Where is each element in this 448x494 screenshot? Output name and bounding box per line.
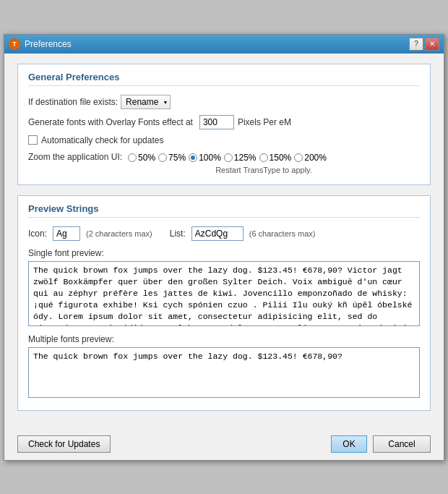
- zoom-50-label: 50%: [138, 153, 155, 163]
- zoom-50-radio[interactable]: [128, 153, 137, 162]
- icon-label: Icon:: [28, 229, 47, 239]
- zoom-label: Zoom the application UI:: [28, 152, 122, 162]
- window-title: Preferences: [25, 39, 72, 49]
- list-note: (6 characters max): [249, 229, 316, 238]
- list-label: List:: [170, 229, 186, 239]
- restart-note: Restart TransType to apply.: [108, 166, 420, 174]
- general-section-title: General Preferences: [28, 72, 420, 86]
- overlay-input[interactable]: [199, 115, 234, 129]
- zoom-row: Zoom the application UI: 50% 75% 100%: [28, 151, 420, 163]
- zoom-200[interactable]: 200%: [294, 153, 327, 163]
- footer-right-buttons: OK Cancel: [331, 435, 431, 453]
- single-preview-textarea[interactable]: The quick brown fox jumps over the lazy …: [28, 261, 420, 326]
- zoom-200-radio[interactable]: [294, 153, 303, 162]
- zoom-125[interactable]: 125%: [224, 153, 257, 163]
- destination-value: Rename: [126, 97, 158, 107]
- zoom-75-radio[interactable]: [158, 153, 167, 162]
- close-button[interactable]: ✕: [425, 38, 439, 51]
- preview-strings-section: Preview Strings Icon: (2 characters max)…: [17, 195, 431, 411]
- general-preferences-section: General Preferences If destination file …: [17, 64, 431, 185]
- cancel-button[interactable]: Cancel: [373, 435, 431, 453]
- overlay-label-before: Generate fonts with Overlay Fonts effect…: [28, 117, 193, 127]
- overlay-row: Generate fonts with Overlay Fonts effect…: [28, 115, 420, 129]
- overlay-label-after: Pixels Per eM: [238, 117, 291, 127]
- preview-section-title: Preview Strings: [28, 203, 420, 218]
- zoom-125-radio[interactable]: [224, 153, 233, 162]
- zoom-100-radio[interactable]: [189, 153, 197, 162]
- zoom-75-label: 75%: [168, 153, 186, 163]
- content-area: General Preferences If destination file …: [4, 54, 444, 430]
- zoom-section: Zoom the application UI: 50% 75% 100%: [28, 151, 420, 174]
- title-bar: T Preferences ? ✕: [4, 35, 444, 54]
- zoom-50[interactable]: 50%: [128, 153, 155, 163]
- destination-dropdown[interactable]: Rename: [121, 95, 171, 109]
- destination-row: If destination file exists: Rename: [28, 95, 420, 109]
- ok-button[interactable]: OK: [331, 435, 367, 453]
- zoom-150-radio[interactable]: [259, 153, 268, 162]
- multi-preview-label: Multiple fonts preview:: [28, 334, 420, 344]
- footer: Check for Updates OK Cancel: [4, 430, 444, 460]
- check-updates-button[interactable]: Check for Updates: [17, 435, 111, 453]
- auto-update-checkbox[interactable]: [28, 135, 38, 145]
- destination-label: If destination file exists:: [28, 97, 118, 107]
- multi-preview-textarea[interactable]: The quick brown fox jumps over the lazy …: [28, 347, 420, 398]
- preferences-window: T Preferences ? ✕ General Preferences If…: [4, 34, 444, 461]
- icon-input[interactable]: [53, 226, 80, 241]
- app-icon: T: [9, 38, 20, 50]
- icon-list-row: Icon: (2 characters max) List: (6 charac…: [28, 226, 420, 241]
- zoom-100[interactable]: 100%: [189, 153, 221, 163]
- icon-note: (2 characters max): [86, 229, 152, 238]
- title-buttons: ? ✕: [409, 38, 439, 51]
- list-input[interactable]: [191, 226, 244, 241]
- zoom-75[interactable]: 75%: [158, 153, 186, 163]
- auto-update-label: Automatically check for updates: [41, 135, 163, 145]
- zoom-150-label: 150%: [270, 153, 292, 163]
- zoom-100-label: 100%: [199, 153, 221, 163]
- auto-update-row: Automatically check for updates: [28, 135, 420, 145]
- zoom-radio-group: 50% 75% 100% 125%: [128, 153, 327, 163]
- zoom-200-label: 200%: [304, 153, 327, 163]
- title-bar-left: T Preferences: [9, 38, 72, 50]
- zoom-125-label: 125%: [234, 153, 257, 163]
- help-button[interactable]: ?: [409, 38, 423, 51]
- single-preview-label: Single font preview:: [28, 248, 420, 258]
- zoom-150[interactable]: 150%: [259, 153, 292, 163]
